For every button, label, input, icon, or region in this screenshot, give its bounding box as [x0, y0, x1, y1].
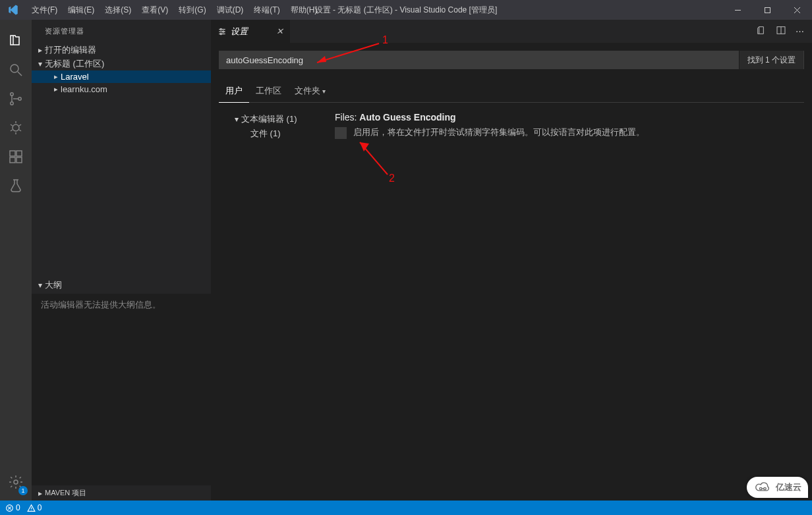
folder-laravel[interactable]: ▸ Laravel [32, 70, 211, 83]
toc-group-label: 文本编辑器 (1) [241, 113, 297, 125]
open-editors-section[interactable]: ▸ 打开的编辑器 [32, 43, 211, 57]
source-control-icon[interactable] [0, 84, 32, 113]
settings-tab-icon [218, 27, 227, 36]
close-icon[interactable]: ✕ [276, 26, 283, 36]
svg-line-13 [11, 130, 13, 131]
window-controls [723, 0, 812, 20]
open-json-icon[interactable] [756, 25, 767, 38]
tab-settings[interactable]: 设置 ✕ [211, 20, 290, 43]
setting-checkbox[interactable] [335, 127, 347, 139]
sidebar: 资源管理器 ▸ 打开的编辑器 ▾ 无标题 (工作区) ▸ Laravel ▸ l… [32, 20, 211, 501]
chevron-right-icon: ▸ [51, 85, 61, 94]
folder-label: learnku.com [61, 84, 107, 94]
menu-go[interactable]: 转到(G) [173, 0, 211, 20]
watermark-text: 亿速云 [776, 481, 801, 493]
status-warnings[interactable]: 0 [27, 503, 42, 512]
maven-section[interactable]: ▸ MAVEN 项目 [32, 485, 211, 501]
maximize-button[interactable] [753, 0, 782, 20]
menu-edit[interactable]: 编辑(E) [63, 0, 100, 20]
svg-point-6 [11, 93, 13, 95]
svg-line-14 [19, 130, 21, 131]
svg-point-20 [14, 480, 18, 484]
debug-icon[interactable] [0, 113, 32, 142]
search-icon[interactable] [0, 55, 32, 84]
menu-selection[interactable]: 选择(S) [100, 0, 136, 20]
folder-label: Laravel [61, 72, 89, 82]
menu-terminal[interactable]: 终端(T) [248, 0, 285, 20]
outline-empty-text: 活动编辑器无法提供大纲信息。 [41, 300, 161, 310]
scope-tab-folder[interactable]: 文件夹▾ [288, 81, 332, 102]
close-window-button[interactable] [782, 0, 812, 20]
svg-point-24 [220, 28, 221, 30]
scope-tab-workspace[interactable]: 工作区 [249, 81, 288, 102]
svg-point-25 [223, 30, 224, 32]
status-bar: 0 0 [0, 501, 812, 515]
svg-point-9 [13, 124, 19, 131]
svg-rect-19 [16, 151, 22, 156]
menu-view[interactable]: 查看(V) [136, 0, 173, 20]
workspace-section[interactable]: ▾ 无标题 (工作区) [32, 57, 211, 70]
outline-panel: 活动编辑器无法提供大纲信息。 [32, 294, 211, 485]
settings-toc: ▾ 文本编辑器 (1) 文件 (1) [219, 112, 324, 141]
tab-label: 设置 [231, 26, 248, 38]
activity-bar: 1 [0, 20, 32, 501]
chevron-right-icon: ▸ [51, 72, 61, 81]
extensions-icon[interactable] [0, 142, 32, 171]
chevron-down-icon: ▾ [36, 281, 45, 290]
vscode-logo-icon [0, 4, 26, 16]
explorer-icon[interactable] [0, 26, 32, 55]
open-editors-label: 打开的编辑器 [45, 44, 96, 56]
svg-point-4 [11, 65, 18, 72]
settings-body: 找到 1 个设置 用户 工作区 文件夹▾ ▾ 文本编辑器 (1) 文件 (1) [211, 43, 812, 501]
svg-point-26 [220, 33, 221, 34]
maven-label: MAVEN 项目 [45, 488, 86, 498]
setting-prefix: Files: [335, 112, 359, 122]
title-bar: 文件(F) 编辑(E) 选择(S) 查看(V) 转到(G) 调试(D) 终端(T… [0, 0, 812, 20]
tabs-row: 设置 ✕ ⋯ [211, 20, 812, 43]
toc-sub-label: 文件 (1) [250, 128, 281, 140]
outline-header-label: 大纲 [45, 279, 62, 291]
folder-learnku[interactable]: ▸ learnku.com [32, 83, 211, 95]
setting-name: Auto Guess Encoding [359, 112, 455, 122]
svg-point-41 [764, 487, 767, 490]
outline-header[interactable]: ▾ 大纲 [32, 277, 211, 294]
svg-point-7 [11, 102, 13, 105]
status-warnings-count: 0 [38, 503, 42, 512]
chevron-down-icon: ▾ [322, 88, 326, 95]
chevron-down-icon: ▾ [36, 59, 45, 68]
menu-help[interactable]: 帮助(H) [285, 0, 323, 20]
scope-tab-user[interactable]: 用户 [219, 81, 249, 103]
gear-badge: 1 [18, 486, 28, 495]
settings-search-row: 找到 1 个设置 [219, 51, 804, 69]
search-result-count: 找到 1 个设置 [739, 51, 803, 69]
settings-search-input[interactable] [219, 51, 739, 68]
split-editor-icon[interactable] [776, 25, 786, 38]
editor-area: 设置 ✕ ⋯ 找到 1 个设置 用户 工作区 文件夹▾ [211, 20, 812, 501]
svg-line-11 [11, 124, 13, 126]
scope-tab-folder-label: 文件夹 [295, 86, 320, 95]
svg-point-40 [759, 487, 762, 490]
sidebar-title: 资源管理器 [32, 20, 211, 43]
toc-files[interactable]: 文件 (1) [232, 126, 324, 141]
settings-gear-icon[interactable]: 1 [0, 468, 32, 497]
status-errors[interactable]: 0 [5, 503, 20, 512]
svg-line-5 [18, 72, 22, 76]
test-icon[interactable] [0, 171, 32, 200]
svg-rect-1 [765, 7, 770, 13]
svg-rect-18 [16, 157, 22, 163]
menu-debug[interactable]: 调试(D) [212, 0, 249, 20]
chevron-right-icon: ▸ [36, 489, 45, 498]
toc-text-editor[interactable]: ▾ 文本编辑器 (1) [232, 112, 324, 126]
more-icon[interactable]: ⋯ [796, 26, 805, 36]
chevron-down-icon: ▾ [232, 115, 241, 124]
svg-rect-16 [10, 151, 15, 156]
scope-tabs: 用户 工作区 文件夹▾ [219, 81, 804, 103]
minimize-button[interactable] [723, 0, 753, 20]
status-errors-count: 0 [16, 503, 20, 512]
menu-file[interactable]: 文件(F) [26, 0, 63, 20]
setting-description: 启用后，将在文件打开时尝试猜测字符集编码。可以按语言对此项进行配置。 [353, 126, 645, 138]
editor-actions: ⋯ [756, 20, 812, 43]
svg-line-12 [19, 124, 21, 126]
setting-pane: Files: Auto Guess Encoding 启用后，将在文件打开时尝试… [324, 112, 804, 141]
chevron-right-icon: ▸ [36, 45, 45, 55]
